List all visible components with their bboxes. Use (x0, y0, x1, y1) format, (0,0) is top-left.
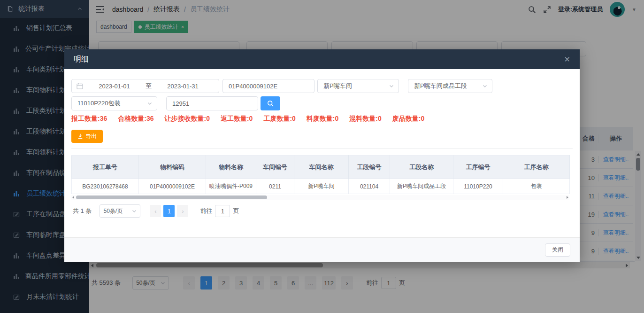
close-button[interactable]: 关闭 (545, 243, 570, 257)
date-start-value[interactable]: 2023-01-01 (99, 83, 130, 90)
stat-item: 废品数量:0 (392, 115, 424, 123)
chevron-down-icon (389, 84, 394, 88)
stats-row: 报工数量:36 合格数量:36 让步接收数量:0 返工数量:0 工废数量:0 料… (71, 115, 424, 123)
cell: 0211 (256, 179, 294, 194)
material-code-input[interactable] (223, 83, 314, 90)
column-header: 工段名称 (390, 156, 453, 179)
process-select[interactable]: 11010P220包装 (71, 96, 157, 110)
date-end-value[interactable]: 2023-01-31 (167, 83, 199, 90)
modal-horizontal-scrollbar[interactable] (71, 195, 569, 200)
prev-page-button[interactable]: ‹ (150, 205, 161, 217)
column-header: 报工单号 (72, 156, 139, 179)
table-row: BG230106278468 01P4000009102E 喷油嘴偶件-P009… (72, 179, 570, 194)
detail-table: 报工单号 物料编码 物料名称 车间编号 车间名称 工段编号 工段名称 工序编号 … (71, 155, 570, 194)
app-screen: 统计报表 销售计划汇总表 公司生产计划完成统计 车间类别计划 车间物料计划 工段… (0, 0, 644, 313)
chevron-down-icon (483, 84, 487, 88)
chevron-down-icon (147, 101, 152, 106)
cell: BG230106278468 (72, 179, 139, 194)
modal-pagination: 共 1 条 50条/页 ‹ 1 › 前往 页 (73, 204, 239, 218)
scrollbar-thumb[interactable] (76, 196, 267, 199)
page-size-value: 50条/页 (103, 207, 123, 215)
chevron-down-icon (132, 209, 137, 213)
goto-page-input[interactable] (215, 205, 230, 217)
total-count: 共 1 条 (73, 207, 92, 215)
column-header: 车间名称 (294, 156, 349, 179)
date-range-picker[interactable]: 2023-01-01 至 2023-01-31 (71, 79, 219, 93)
column-header: 工段编号 (349, 156, 390, 179)
stat-item: 合格数量:36 (118, 115, 153, 123)
table-header-row: 报工单号 物料编码 物料名称 车间编号 车间名称 工段编号 工段名称 工序编号 … (72, 156, 570, 179)
stat-item: 让步接收数量:0 (164, 115, 209, 123)
cell: 喷油嘴偶件-P009 (206, 179, 256, 194)
export-button[interactable]: 导出 (71, 130, 103, 143)
stat-item: 返工数量:0 (221, 115, 253, 123)
material-code-field[interactable] (222, 79, 314, 93)
scroll-right-icon[interactable] (567, 196, 568, 199)
export-label: 导出 (85, 133, 97, 141)
detail-modal: 明细 ✕ 2023-01-01 至 2023-01-31 新P嘴车间 新P嘴车间… (64, 49, 580, 262)
cell: 01P4000009102E (139, 179, 206, 194)
column-header: 车间编号 (256, 156, 294, 179)
cell: 11010P220 (453, 179, 503, 194)
stat-item: 报工数量:36 (71, 115, 107, 123)
goto-label: 前往 (200, 207, 212, 215)
stat-item: 混料数量:0 (349, 115, 381, 123)
cell: 021104 (349, 179, 390, 194)
next-page-button[interactable]: › (177, 205, 188, 217)
section-value: 新P嘴车间成品工段 (408, 82, 467, 90)
employee-no-input[interactable] (167, 100, 258, 107)
workshop-value: 新P嘴车间 (318, 82, 352, 90)
page-unit-label: 页 (233, 207, 239, 215)
download-icon (77, 133, 83, 139)
column-header: 工序名称 (503, 156, 570, 179)
page-button[interactable]: 1 (163, 205, 175, 217)
column-header: 工序编号 (453, 156, 503, 179)
cell: 包装 (503, 179, 570, 194)
process-value: 11010P220包装 (72, 99, 121, 108)
search-icon (267, 100, 274, 107)
close-icon[interactable]: ✕ (564, 55, 570, 64)
cell: 新P嘴车间成品工段 (390, 179, 453, 194)
page-size-select[interactable]: 50条/页 (100, 204, 140, 218)
modal-title: 明细 (74, 55, 89, 64)
modal-footer: 关闭 (64, 237, 580, 262)
workshop-select[interactable]: 新P嘴车间 (317, 79, 399, 93)
section-select[interactable]: 新P嘴车间成品工段 (408, 79, 492, 93)
scroll-left-icon[interactable] (72, 196, 74, 199)
stat-item: 料废数量:0 (307, 115, 338, 123)
modal-header: 明细 ✕ (64, 49, 580, 69)
cell: 新P嘴车间 (294, 179, 349, 194)
column-header: 物料编码 (139, 156, 206, 179)
employee-no-field[interactable] (166, 96, 258, 110)
search-button[interactable] (261, 96, 280, 110)
date-separator: 至 (146, 82, 152, 90)
column-header: 物料名称 (206, 156, 256, 179)
stat-item: 工废数量:0 (263, 115, 295, 123)
calendar-icon (77, 83, 83, 89)
divider (71, 149, 573, 149)
